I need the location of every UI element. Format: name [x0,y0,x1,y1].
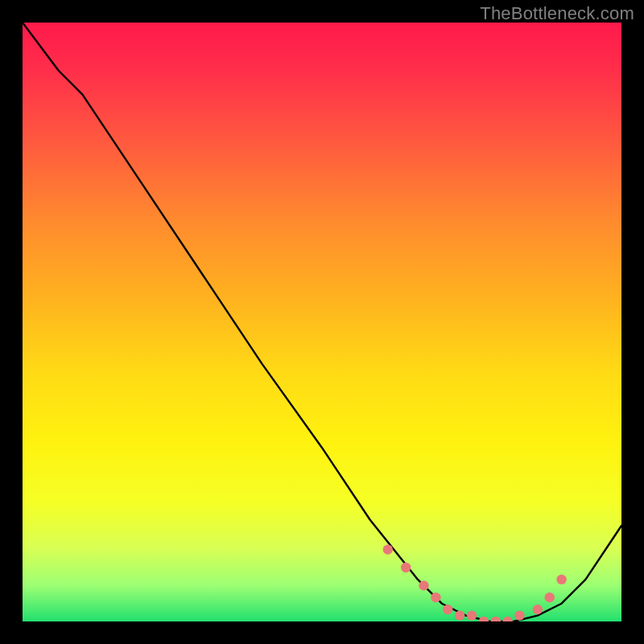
watermark-text: TheBottleneck.com [480,3,634,24]
marker-group [383,545,567,622]
marker-dot [502,617,512,621]
marker-dot [455,610,464,620]
chart-frame: TheBottleneck.com [0,0,644,644]
marker-dot [419,580,428,590]
marker-dot [383,545,393,555]
marker-dot [545,592,555,602]
marker-dot [431,592,440,602]
curve-svg [23,23,621,621]
curve-line-group [23,23,621,621]
marker-dot [556,575,566,584]
marker-dot [443,605,452,614]
marker-dot [491,617,501,621]
marker-dot [467,610,477,620]
plot-area [23,23,621,621]
bottleneck-curve [23,23,621,621]
marker-dot [479,617,489,621]
marker-dot [514,610,524,620]
marker-dot [533,605,543,614]
marker-dot [401,563,411,572]
